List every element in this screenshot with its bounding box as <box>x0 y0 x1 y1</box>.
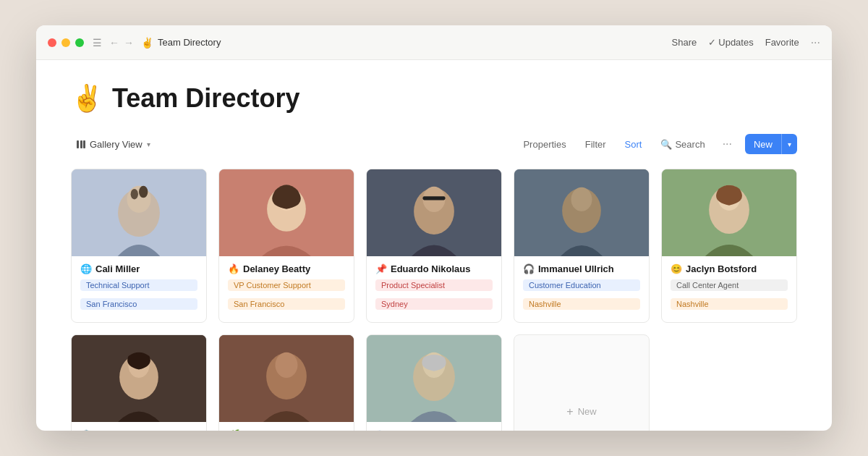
toolbar: Gallery View ▾ Properties Filter Sort 🔍 … <box>71 134 797 154</box>
card-name-jillian: 🛡️ Jillian Emmerich <box>80 429 197 431</box>
card-tags-immanuel: Customer Education Nashville <box>523 279 640 313</box>
card-emoji-immanuel: 🎧 <box>523 263 535 274</box>
card-location-immanuel: Nashville <box>523 298 640 310</box>
gallery-view-icon <box>77 140 85 148</box>
card-murray[interactable]: 🐾 Murray Purdy Customer Education Nashvi… <box>366 334 502 431</box>
page-heading: ✌️ Team Directory <box>71 83 797 114</box>
card-jillian[interactable]: 🛡️ Jillian Emmerich Product Specialist S… <box>71 334 207 431</box>
close-button[interactable] <box>48 38 56 47</box>
gallery-grid: 🌐 Cali Miller Technical Support San Fran… <box>71 169 797 431</box>
svg-point-23 <box>276 352 298 378</box>
search-button[interactable]: 🔍 Search <box>656 136 709 153</box>
new-entry-button[interactable]: New ▾ <box>745 134 797 154</box>
sort-button[interactable]: Sort <box>621 136 647 153</box>
card-body-immanuel: 🎧 Immanuel Ullrich Customer Education Na… <box>514 256 649 322</box>
view-selector-label: Gallery View <box>90 139 142 150</box>
card-name-delaney: 🔥 Delaney Beatty <box>228 263 345 274</box>
card-immanuel[interactable]: 🎧 Immanuel Ullrich Customer Education Na… <box>514 169 650 323</box>
card-photo-jillian <box>72 335 206 422</box>
card-body-eduardo: 📌 Eduardo Nikolaus Product Specialist Sy… <box>367 256 501 322</box>
card-location-jaclyn: Nashville <box>671 298 788 310</box>
svg-point-3 <box>131 189 138 199</box>
card-tags-cali: Technical Support San Francisco <box>80 279 197 313</box>
card-name-cali: 🌐 Cali Miller <box>80 263 197 274</box>
card-name-murray: 🐾 Murray Purdy <box>375 429 493 431</box>
heading-emoji: ✌️ <box>71 83 103 114</box>
menu-icon[interactable]: ☰ <box>93 37 102 48</box>
card-location-eduardo: Sydney <box>375 298 493 310</box>
svg-point-14 <box>571 187 592 211</box>
plus-icon: + <box>566 405 573 418</box>
card-body-cali: 🌐 Cali Miller Technical Support San Fran… <box>72 256 206 322</box>
card-role-eduardo: Product Specialist <box>375 279 493 291</box>
card-role-cali: Technical Support <box>80 279 197 291</box>
more-options-icon[interactable]: ··· <box>811 36 820 49</box>
minimize-button[interactable] <box>61 38 70 47</box>
card-tags-jaclyn: Call Center Agent Nashville <box>671 279 788 313</box>
card-photo-lenna <box>219 335 354 422</box>
card-role-delaney: VP Customer Support <box>228 279 345 291</box>
titlebar-actions: Share Updates Favorite ··· <box>672 36 820 49</box>
toolbar-right: Properties Filter Sort 🔍 Search ··· New … <box>519 134 797 154</box>
traffic-lights <box>48 38 84 47</box>
card-emoji-eduardo: 📌 <box>375 263 387 274</box>
properties-button[interactable]: Properties <box>519 136 570 153</box>
forward-arrow-icon[interactable]: → <box>124 37 134 48</box>
card-eduardo[interactable]: 📌 Eduardo Nikolaus Product Specialist Sy… <box>366 169 502 323</box>
card-name-lenna: 🌿 Lenna Hamill <box>228 429 345 431</box>
content-area: ✌️ Team Directory Gallery View ▾ Propert… <box>36 60 832 431</box>
card-emoji-lenna: 🌿 <box>228 429 239 431</box>
page-title: Team Directory <box>112 83 299 114</box>
share-button[interactable]: Share <box>672 37 697 48</box>
card-body-jillian: 🛡️ Jillian Emmerich Product Specialist S… <box>72 422 206 431</box>
card-emoji-jillian: 🛡️ <box>80 429 92 431</box>
card-delaney[interactable]: 🔥 Delaney Beatty VP Customer Support San… <box>218 169 354 323</box>
card-photo-immanuel <box>514 169 649 256</box>
card-cali[interactable]: 🌐 Cali Miller Technical Support San Fran… <box>71 169 207 323</box>
toolbar-more-icon[interactable]: ··· <box>720 136 735 152</box>
svg-point-4 <box>139 186 148 198</box>
card-body-delaney: 🔥 Delaney Beatty VP Customer Support San… <box>219 256 354 322</box>
card-photo-delaney <box>219 169 354 256</box>
new-button-caret-icon[interactable]: ▾ <box>782 137 797 152</box>
page-icon: ✌️ <box>141 37 153 48</box>
titlebar: ☰ ← → ✌️ Team Directory Share Updates Fa… <box>36 25 832 60</box>
add-new-label: New <box>578 406 597 417</box>
card-tags-eduardo: Product Specialist Sydney <box>375 279 493 313</box>
card-photo-cali <box>72 169 206 256</box>
card-photo-jaclyn <box>662 169 796 256</box>
card-body-jaclyn: 😊 Jaclyn Botsford Call Center Agent Nash… <box>662 256 796 322</box>
card-photo-murray <box>367 335 501 422</box>
favorite-button[interactable]: Favorite <box>765 37 799 48</box>
chevron-down-icon: ▾ <box>147 140 150 148</box>
card-emoji-murray: 🐾 <box>375 429 387 431</box>
nav-arrows: ← → <box>109 37 134 48</box>
card-tags-delaney: VP Customer Support San Francisco <box>228 279 345 313</box>
view-selector-button[interactable]: Gallery View ▾ <box>71 136 158 153</box>
card-body-lenna: 🌿 Lenna Hamill Customer Education Nashvi… <box>219 422 354 431</box>
card-body-murray: 🐾 Murray Purdy Customer Education Nashvi… <box>367 422 501 431</box>
back-arrow-icon[interactable]: ← <box>109 37 119 48</box>
add-new-card[interactable]: + New <box>514 334 650 431</box>
card-lenna[interactable]: 🌿 Lenna Hamill Customer Education Nashvi… <box>218 334 354 431</box>
card-emoji-cali: 🌐 <box>80 263 92 274</box>
filter-button[interactable]: Filter <box>581 136 610 153</box>
card-location-cali: San Francisco <box>80 298 197 310</box>
maximize-button[interactable] <box>75 38 84 47</box>
card-emoji-delaney: 🔥 <box>228 263 239 274</box>
card-name-jaclyn: 😊 Jaclyn Botsford <box>671 263 788 274</box>
card-photo-eduardo <box>367 169 501 256</box>
card-role-immanuel: Customer Education <box>523 279 640 291</box>
new-button-label: New <box>745 135 781 153</box>
card-role-jaclyn: Call Center Agent <box>671 279 788 291</box>
card-name-immanuel: 🎧 Immanuel Ullrich <box>523 263 640 274</box>
card-name-eduardo: 📌 Eduardo Nikolaus <box>375 263 493 274</box>
titlebar-page-title: Team Directory <box>158 37 672 48</box>
svg-rect-11 <box>423 196 446 200</box>
card-jaclyn[interactable]: 😊 Jaclyn Botsford Call Center Agent Nash… <box>661 169 797 323</box>
card-emoji-jaclyn: 😊 <box>671 263 682 274</box>
updates-button[interactable]: Updates <box>708 37 753 48</box>
app-window: ☰ ← → ✌️ Team Directory Share Updates Fa… <box>36 25 832 431</box>
search-icon: 🔍 <box>660 139 672 150</box>
card-location-delaney: San Francisco <box>228 298 345 310</box>
